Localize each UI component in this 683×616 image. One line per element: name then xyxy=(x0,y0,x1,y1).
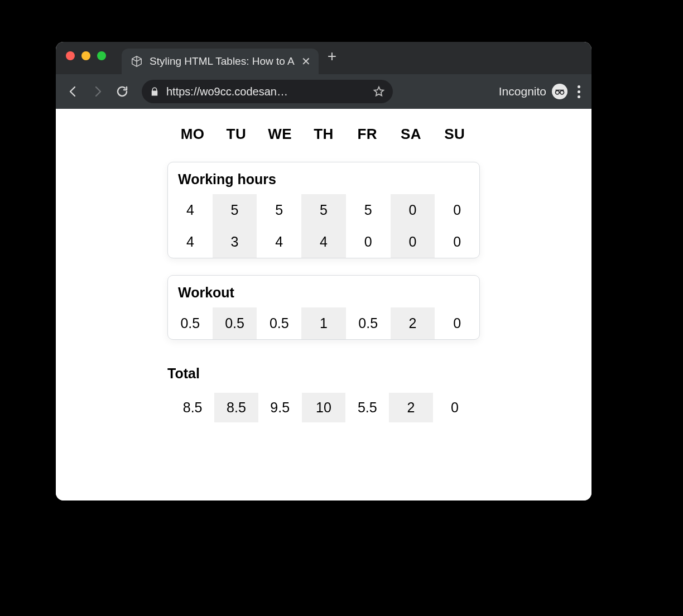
new-tab-button[interactable]: + xyxy=(328,47,336,65)
working-hours-title: Working hours xyxy=(168,162,479,194)
table-cell: 5 xyxy=(346,194,391,226)
table-cell: 9.5 xyxy=(258,393,302,422)
totals-row: 8.5 8.5 9.5 10 5.5 2 0 xyxy=(167,393,480,422)
window-zoom-button[interactable] xyxy=(97,51,106,60)
table-cell: 0 xyxy=(433,393,477,422)
table-cell: 0 xyxy=(391,226,435,258)
workout-row-1: 0.5 0.5 0.5 1 0.5 2 0 xyxy=(168,307,479,339)
workout-title: Workout xyxy=(168,276,479,307)
window-titlebar: Styling HTML Tables: How to A ✕ + xyxy=(56,42,591,74)
table-cell: 0 xyxy=(391,194,435,226)
window-close-button[interactable] xyxy=(66,51,75,60)
incognito-label: Incognito xyxy=(499,85,546,98)
table-cell: 0 xyxy=(435,226,479,258)
window-traffic-lights xyxy=(66,51,106,60)
table-cell: 4 xyxy=(168,194,213,226)
day-header-th: TH xyxy=(302,126,345,143)
totals-section: Total 8.5 8.5 9.5 10 5.5 2 0 xyxy=(167,357,480,422)
table-cell: 0 xyxy=(435,194,479,226)
day-header-su: SU xyxy=(433,126,477,143)
table-cell: 1 xyxy=(301,307,346,339)
day-header-sa: SA xyxy=(389,126,432,143)
working-hours-card: Working hours 4 5 5 5 5 0 0 4 3 4 4 0 0 xyxy=(167,162,480,258)
table-cell: 10 xyxy=(302,393,345,422)
day-header-fr: FR xyxy=(345,126,389,143)
bookmark-star-icon[interactable] xyxy=(373,85,385,98)
svg-point-0 xyxy=(556,90,560,94)
url-text: https://wo9cc.codesan… xyxy=(166,85,366,98)
incognito-icon xyxy=(552,84,567,99)
table-cell: 5 xyxy=(213,194,257,226)
working-hours-row-2: 4 3 4 4 0 0 0 xyxy=(168,226,479,258)
table-cell: 2 xyxy=(391,307,435,339)
table-cell: 5 xyxy=(257,194,301,226)
table-cell: 8.5 xyxy=(214,393,258,422)
window-minimize-button[interactable] xyxy=(81,51,90,60)
page-content: MO TU WE TH FR SA SU Working hours 4 5 5… xyxy=(56,109,591,501)
table-cell: 0.5 xyxy=(257,307,301,339)
table-cell: 4 xyxy=(301,226,346,258)
forward-button[interactable] xyxy=(89,83,106,100)
table-cell: 0 xyxy=(435,307,479,339)
table-cell: 5 xyxy=(301,194,346,226)
table-cell: 0.5 xyxy=(346,307,391,339)
table-cell: 4 xyxy=(168,226,213,258)
address-bar[interactable]: https://wo9cc.codesan… xyxy=(142,80,393,103)
day-header-row: MO TU WE TH FR SA SU xyxy=(167,126,480,143)
browser-toolbar: https://wo9cc.codesan… Incognito xyxy=(56,74,591,109)
lock-icon xyxy=(150,86,160,97)
table-cell: 5.5 xyxy=(345,393,389,422)
table-cell: 4 xyxy=(257,226,301,258)
codesandbox-favicon-icon xyxy=(131,55,143,68)
workout-card: Workout 0.5 0.5 0.5 1 0.5 2 0 xyxy=(167,275,480,340)
tab-close-button[interactable]: ✕ xyxy=(301,56,311,67)
browser-tab[interactable]: Styling HTML Tables: How to A ✕ xyxy=(122,49,319,74)
day-header-mo: MO xyxy=(171,126,214,143)
table-cell: 3 xyxy=(213,226,257,258)
browser-window: Styling HTML Tables: How to A ✕ + https:… xyxy=(56,42,591,501)
svg-point-1 xyxy=(560,90,564,94)
tab-title: Styling HTML Tables: How to A xyxy=(150,55,295,68)
incognito-indicator: Incognito xyxy=(499,84,567,99)
day-header-tu: TU xyxy=(214,126,258,143)
totals-title: Total xyxy=(167,357,480,393)
table-cell: 0.5 xyxy=(168,307,213,339)
reload-button[interactable] xyxy=(114,83,131,100)
table-cell: 2 xyxy=(389,393,432,422)
table-cell: 0 xyxy=(346,226,391,258)
table-cell: 8.5 xyxy=(171,393,214,422)
browser-menu-button[interactable] xyxy=(575,85,583,98)
back-button[interactable] xyxy=(65,83,81,100)
working-hours-row-1: 4 5 5 5 5 0 0 xyxy=(168,194,479,226)
day-header-we: WE xyxy=(258,126,302,143)
table-cell: 0.5 xyxy=(213,307,257,339)
